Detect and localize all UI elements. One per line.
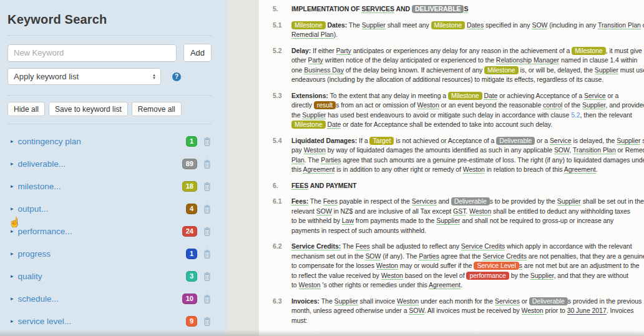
keyword-label[interactable]: schedule... [18,294,182,304]
expand-triangle-icon[interactable]: ▸ [11,161,14,167]
keyword-row-schedule[interactable]: ▸schedule...10 [0,287,227,310]
doc-text: may or would suffer if the [398,262,474,269]
keyword-label[interactable]: performance... [18,227,182,236]
doc-line: the Supplier has used best endeavours to… [291,111,644,121]
doc-text: The [341,242,356,250]
trash-icon[interactable] [203,294,212,304]
keyword-row-milestone[interactable]: ▸milestone...18 [0,175,227,197]
save-to-keyword-list-button[interactable]: Save to keyword list [49,102,128,116]
keyword-label[interactable]: quality [18,272,186,281]
add-keyword-button[interactable]: Add [183,44,212,62]
trash-icon[interactable] [203,272,212,281]
keyword-label[interactable]: deliverable... [18,159,182,169]
doc-defined-term: SOW [365,252,381,260]
remove-all-button[interactable]: Remove all [132,102,182,116]
doc-highlight-gray: Deliverable [529,297,568,305]
keyword-row-quality[interactable]: ▸quality3 [0,265,227,287]
doc-line: mechanism set out in the SOW (if any). T… [291,252,644,262]
doc-defined-term: Weston [469,207,491,215]
clause-number: 5.4 [273,136,291,175]
doc-text: is not achieved or Acceptance of a [394,137,496,144]
doc-text: shall be set out in the [581,197,644,205]
keyword-label[interactable]: progress [18,249,186,259]
doc-clause-section: 5.2Delay: If either Party anticipates or… [259,46,644,85]
doc-text: written notice of the delay anticipated … [323,56,496,64]
expand-triangle-icon[interactable]: ▸ [11,250,14,257]
doc-text: to [291,281,299,289]
doc-text: To the extent that any delay in meeting … [328,92,448,99]
new-keyword-input[interactable] [7,44,177,62]
doc-text: or [641,21,644,29]
doc-defined-term: S [464,5,468,13]
doc-text: . All invoices must be received by [424,307,522,314]
trash-icon[interactable] [203,227,212,236]
doc-line: Plan. The Parties agree that such amount… [291,156,644,166]
doc-text: Delay: [291,47,311,54]
expand-triangle-icon[interactable]: ▸ [11,318,14,324]
doc-highlight-gray: Deliverable [451,197,490,205]
expand-triangle-icon[interactable]: ▸ [11,228,14,234]
hide-all-button[interactable]: Hide all [7,102,45,116]
doc-clause-link[interactable]: 5.2 [571,111,580,119]
doc-defined-term: Weston [381,272,403,280]
trash-icon[interactable] [203,317,212,326]
doc-text: the [291,111,302,119]
expand-triangle-icon[interactable]: ▸ [11,273,14,279]
keyword-label[interactable]: service level... [18,317,186,326]
keyword-label[interactable]: milestone... [18,182,182,191]
keyword-row-performance[interactable]: ▸performance...24 [0,220,227,242]
expand-triangle-icon[interactable]: ▸ [11,138,14,144]
doc-text: anticipates or experiences any delay for… [351,47,572,54]
expand-triangle-icon[interactable]: ▸ [11,183,14,189]
clause-number: 5. [273,4,291,14]
match-count-badge: 10 [182,294,197,304]
keyword-row-progress[interactable]: ▸progress1 [0,242,227,265]
doc-defined-term: Date [484,92,497,100]
expand-triangle-icon[interactable]: ▸ [11,205,14,212]
doc-defined-term: FEES [291,182,308,190]
doc-highlight-olive: Milestone [291,21,326,29]
doc-defined-term: Supplier [617,137,640,145]
doc-text: which apply in accordance with the relev… [505,242,632,250]
doc-text: or an event beyond the reasonable [439,101,543,109]
doc-defined-term: Services [495,297,520,305]
keyword-label[interactable]: contingency plan [18,137,186,146]
doc-line: relevant SOW in NZ$ and are inclusive of… [291,207,644,217]
help-icon[interactable]: ? [172,72,181,81]
doc-defined-term: Weston [299,281,321,289]
expand-triangle-icon[interactable]: ▸ [11,295,14,302]
doc-text: one [291,66,304,74]
trash-icon[interactable] [203,249,212,259]
doc-highlight-gray: DELIVERABLE [412,5,464,13]
doc-text: to compensate for the losses [291,262,376,269]
trash-icon[interactable] [203,204,212,214]
cursor-pointer-icon: ☝ [9,217,21,228]
trash-icon[interactable] [203,159,212,169]
doc-text: The [320,297,334,305]
doc-defined-term: Parties [419,252,439,260]
trash-icon[interactable] [203,137,212,146]
keyword-row-contingency-plan[interactable]: ▸contingency plan1 [0,130,227,152]
doc-text: 30 June 2017 [567,307,607,315]
trash-icon[interactable] [203,182,212,191]
keyword-row-deliverable[interactable]: ▸deliverable...89 [0,152,227,175]
doc-defined-term: Weston [463,166,485,174]
doc-text: directly [291,101,314,109]
doc-text: of the [562,101,582,109]
contract-document[interactable]: 5.IMPLEMENTATION OF SERVICES AND DELIVER… [259,0,644,336]
doc-defined-term: Remedial Plan [291,31,334,39]
doc-text: is, or will be, delayed, the [519,66,595,74]
doc-heading-section: 6.FEES AND PAYMENT [259,181,644,191]
doc-line: this Agreement is in addition to any oth… [291,165,644,175]
keyword-row-service-level[interactable]: ▸service level...9 [0,310,227,332]
doc-line: directly results from an act or omission… [291,101,644,111]
doc-line: endeavours (including by the allocation … [291,75,644,85]
apply-keyword-list-select[interactable]: Apply keyword list ▲▼ [7,68,161,85]
doc-defined-term: Law [342,217,354,225]
keyword-row-output[interactable]: ▸output...4 [0,197,227,220]
keyword-label[interactable]: output... [18,204,186,214]
doc-text: or Remedial [616,146,644,154]
doc-defined-term: Weston [522,307,544,315]
doc-defined-term: Service [584,92,606,100]
doc-defined-term: Weston [304,146,326,154]
